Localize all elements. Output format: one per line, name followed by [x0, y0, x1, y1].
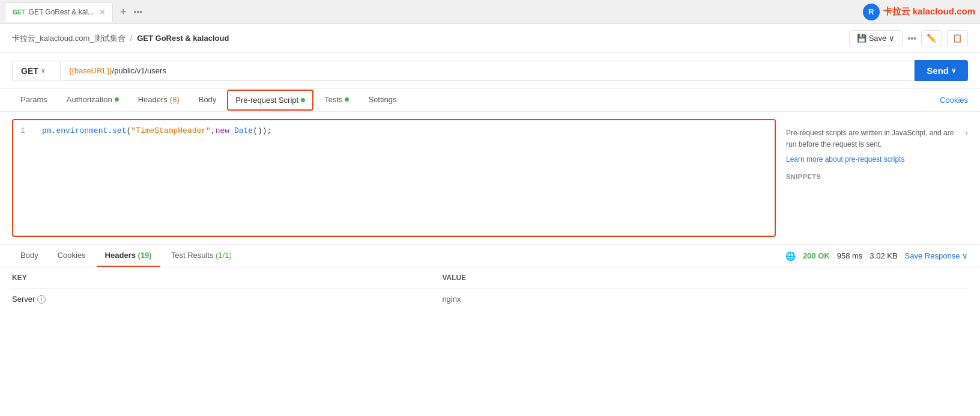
brand-area: R 卡拉云 kalacloud.com — [863, 4, 975, 20]
key-server: Server — [12, 295, 35, 304]
col-val-header: VALUE — [442, 274, 968, 282]
save-button[interactable]: 💾 Save ∨ — [849, 30, 903, 46]
tab-add-button[interactable]: + — [115, 7, 132, 17]
response-tab-body-label: Body — [20, 251, 38, 260]
breadcrumb-actions: 💾 Save ∨ ••• ✏️ 📋 — [849, 30, 968, 46]
headers-count: (8) — [170, 95, 180, 104]
tab-settings[interactable]: Settings — [360, 89, 405, 111]
response-area: Body Cookies Headers (19) Test Results (… — [0, 244, 980, 310]
tab-headers-label: Headers — [138, 95, 168, 104]
table-header: KEY VALUE — [12, 268, 968, 289]
tab-item-get[interactable]: GET GET GoRest & kal... ✕ — [5, 2, 113, 22]
code-close-paren: ) — [262, 126, 267, 135]
tab-pre-request-script-label: Pre-request Script — [235, 96, 298, 105]
code-content-1: pm.environment.set("TimeStampHeader",new… — [42, 126, 271, 135]
method-label: GET — [21, 66, 38, 76]
val-cell-server: nginx — [442, 295, 968, 304]
tab-authorization[interactable]: Authorization — [58, 89, 127, 111]
code-line-1: 1 pm.environment.set("TimeStampHeader",n… — [13, 120, 775, 141]
method-chevron-icon: ∨ — [41, 67, 45, 74]
snippets-label: SNIPPETS — [786, 173, 958, 180]
code-semi: ; — [267, 126, 272, 135]
globe-icon: 🌐 — [785, 251, 796, 261]
save-response-button[interactable]: Save Response ∨ — [905, 251, 968, 260]
code-editor[interactable]: 1 pm.environment.set("TimeStampHeader",n… — [12, 119, 776, 237]
tab-dots[interactable]: ••• — [134, 7, 143, 17]
tab-params[interactable]: Params — [12, 89, 56, 111]
save-response-label: Save Response — [905, 251, 960, 260]
tab-tests-label: Tests — [324, 95, 342, 104]
response-headers-count: (19) — [138, 251, 152, 260]
tab-body[interactable]: Body — [190, 89, 225, 111]
send-chevron-icon: ∨ — [951, 67, 956, 75]
tab-bar: GET GET GoRest & kal... ✕ + ••• R 卡拉云 ka… — [0, 0, 980, 24]
pre-request-dot — [301, 98, 305, 102]
tab-params-label: Params — [20, 95, 47, 104]
tab-method-badge: GET — [13, 9, 25, 16]
code-date-parens: () — [253, 126, 262, 135]
tab-body-label: Body — [199, 95, 217, 104]
breadcrumb-separator: / — [130, 34, 133, 43]
code-comma: , — [211, 126, 216, 135]
response-tab-test-results[interactable]: Test Results (1/1) — [163, 245, 240, 267]
save-chevron: ∨ — [889, 34, 895, 43]
info-icon-server[interactable]: i — [37, 295, 46, 304]
response-tabs-bar: Body Cookies Headers (19) Test Results (… — [0, 245, 980, 268]
copy-button[interactable]: 📋 — [947, 30, 968, 46]
code-pm: pm — [42, 126, 52, 135]
main-content: 1 pm.environment.set("TimeStampHeader",n… — [0, 112, 980, 244]
code-new: new — [216, 126, 234, 135]
response-table: KEY VALUE Server i nginx — [0, 268, 980, 310]
learn-more-link[interactable]: Learn more about pre-request scripts — [786, 155, 904, 164]
code-string-timestamp: "TimeStampHeader" — [131, 126, 211, 135]
response-tab-cookies[interactable]: Cookies — [49, 245, 94, 267]
response-tab-cookies-label: Cookies — [58, 251, 86, 260]
brand-logo: R — [863, 4, 880, 20]
tab-settings-label: Settings — [368, 95, 396, 104]
breadcrumb-collection[interactable]: 卡拉云_kalacloud.com_测试集合 — [12, 33, 126, 44]
sidebar-expand-icon[interactable]: › — [965, 127, 968, 138]
save-response-chevron-icon: ∨ — [962, 251, 968, 260]
save-icon: 💾 — [857, 34, 867, 43]
code-date: Date — [234, 126, 253, 135]
sidebar-panel: Pre-request scripts are written in JavaS… — [776, 119, 968, 237]
response-tab-test-results-label: Test Results — [171, 251, 214, 260]
send-button[interactable]: Send ∨ — [915, 60, 968, 81]
response-size: 3.02 KB — [870, 251, 897, 260]
method-select[interactable]: GET ∨ — [12, 61, 60, 81]
response-time: 958 ms — [837, 251, 863, 260]
test-results-count: (1/1) — [216, 251, 232, 260]
request-line: GET ∨ {{baseURL}} /public/v1/users Send … — [0, 53, 980, 89]
url-path: /public/v1/users — [112, 66, 166, 75]
table-row-server: Server i nginx — [12, 289, 968, 310]
code-dot2: . — [107, 126, 112, 135]
request-tabs: Params Authorization Headers (8) Body Pr… — [0, 89, 980, 112]
tab-cookies[interactable]: Cookies — [940, 96, 968, 105]
line-number-1: 1 — [20, 126, 35, 135]
col-key-header: KEY — [12, 274, 442, 282]
toolbar-dots[interactable]: ••• — [907, 34, 916, 43]
breadcrumb-current: GET GoRest & kalacloud — [137, 34, 229, 43]
sidebar-description: Pre-request scripts are written in JavaS… — [786, 127, 958, 150]
code-set: set — [112, 126, 126, 135]
edit-button[interactable]: ✏️ — [921, 30, 942, 46]
tab-authorization-label: Authorization — [67, 95, 112, 104]
tab-pre-request-script[interactable]: Pre-request Script — [227, 90, 313, 111]
response-tab-body[interactable]: Body — [12, 245, 47, 267]
tests-dot — [345, 97, 349, 102]
breadcrumb-bar: 卡拉云_kalacloud.com_测试集合 / GET GoRest & ka… — [0, 24, 980, 53]
url-base: {{baseURL}} — [69, 66, 112, 75]
save-label: Save — [869, 34, 887, 43]
tab-title: GET GoRest & kal... — [29, 8, 94, 16]
brand-text: 卡拉云 kalacloud.com — [883, 6, 975, 17]
tab-headers[interactable]: Headers (8) — [130, 89, 188, 111]
tab-close-icon[interactable]: ✕ — [100, 8, 105, 16]
code-environment: environment — [56, 126, 107, 135]
response-status: 200 OK — [803, 251, 830, 260]
url-input[interactable]: {{baseURL}} /public/v1/users — [60, 61, 915, 81]
authorization-dot — [115, 97, 119, 102]
response-tab-headers[interactable]: Headers (19) — [97, 245, 160, 267]
key-cell-server: Server i — [12, 295, 442, 304]
tab-tests[interactable]: Tests — [316, 89, 357, 111]
send-label: Send — [927, 66, 949, 76]
